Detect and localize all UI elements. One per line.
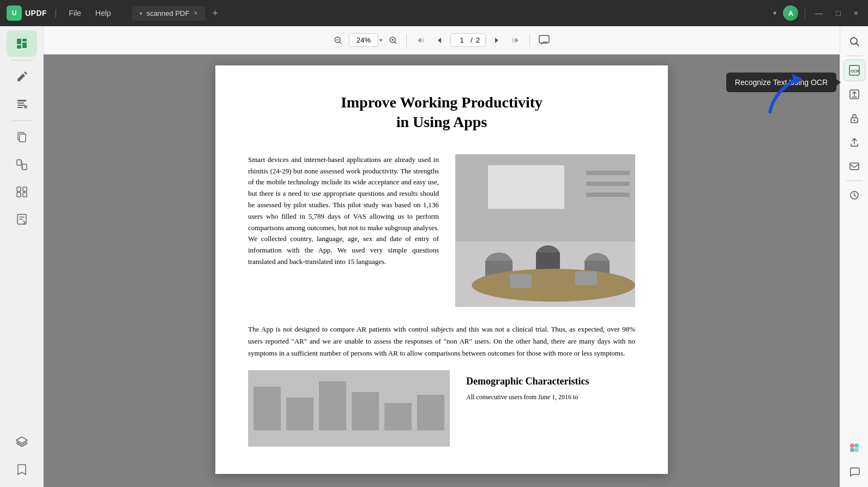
nav-first-button[interactable]: [411, 32, 429, 49]
search-icon: [849, 36, 860, 47]
svg-rect-11: [17, 160, 21, 165]
pages-icon: [15, 131, 28, 144]
menu-help[interactable]: Help: [91, 7, 116, 20]
logo-letter: U: [12, 9, 17, 17]
svg-rect-14: [17, 193, 21, 197]
svg-rect-45: [352, 392, 379, 430]
tab-dropdown-icon: ▾: [140, 10, 142, 16]
search-button[interactable]: [843, 31, 865, 52]
zoom-in-icon: [389, 36, 397, 45]
pdf-paragraph-3: All consecutive users from June 1, 2016 …: [466, 392, 635, 402]
ocr-button[interactable]: OCR: [843, 59, 865, 81]
zoom-control[interactable]: 24% ▾: [349, 33, 382, 47]
zoom-out-button[interactable]: [329, 32, 347, 49]
page-input-area[interactable]: / 2: [450, 33, 486, 47]
pdf-title: Improve Working Productivity in Using Ap…: [248, 93, 635, 133]
logo-icon: U: [7, 5, 22, 21]
svg-rect-3: [17, 45, 21, 49]
svg-rect-0: [17, 39, 21, 44]
history-button[interactable]: [843, 184, 865, 206]
window-controls: ▾ A — □ ×: [773, 5, 861, 21]
sidebar-item-bookmarks[interactable]: [7, 456, 37, 483]
svg-rect-30: [586, 193, 630, 197]
svg-rect-44: [319, 381, 346, 430]
svg-rect-40: [575, 272, 597, 285]
zoom-value[interactable]: 24%: [349, 33, 378, 47]
nav-prev-icon: [435, 36, 444, 45]
clock-icon: [849, 190, 860, 201]
nav-next-button[interactable]: [488, 32, 505, 49]
svg-rect-46: [384, 403, 412, 430]
close-button[interactable]: ×: [851, 7, 861, 20]
app-name: UPDF: [25, 9, 47, 17]
lock-button[interactable]: [843, 107, 865, 129]
svg-point-60: [854, 448, 859, 452]
new-tab-button[interactable]: +: [208, 7, 221, 20]
minimize-button[interactable]: —: [812, 7, 826, 20]
sidebar-item-organize[interactable]: [7, 179, 37, 205]
nav-last-button[interactable]: [508, 32, 525, 49]
page-separator: /: [471, 36, 473, 44]
email-button[interactable]: [843, 155, 865, 177]
svg-rect-13: [17, 187, 21, 191]
svg-text:OCR: OCR: [851, 69, 859, 73]
tab-close-icon[interactable]: ×: [194, 9, 197, 17]
colorful-button[interactable]: [843, 437, 865, 459]
svg-rect-12: [22, 164, 27, 170]
extract-icon: [15, 213, 28, 226]
main-area: 24% ▾: [0, 26, 868, 487]
export-button[interactable]: [843, 83, 865, 105]
svg-rect-6: [17, 105, 25, 106]
svg-rect-15: [23, 187, 27, 191]
zoom-in-button[interactable]: [384, 32, 402, 49]
svg-rect-31: [488, 165, 564, 209]
sidebar-item-extract[interactable]: [7, 206, 37, 232]
export-icon: [849, 89, 860, 100]
share-button[interactable]: [843, 131, 865, 153]
zoom-out-icon: [334, 36, 342, 45]
sidebar-item-convert[interactable]: [7, 152, 37, 178]
sidebar-separator-2: [11, 121, 33, 121]
edit-icon: [15, 70, 28, 83]
pdf-section-title: Demographic Characteristics: [466, 376, 635, 387]
pdf-main-content: Smart devices and internet-based applica…: [248, 154, 635, 307]
svg-rect-2: [22, 43, 27, 48]
svg-rect-55: [850, 163, 859, 170]
pdf-chart-image: [248, 370, 450, 447]
email-icon: [849, 161, 860, 172]
page-input[interactable]: [456, 36, 467, 44]
svg-point-57: [850, 443, 854, 448]
pdf-viewer[interactable]: Improve Working Productivity in Using Ap…: [44, 55, 840, 487]
pdf-text-column: Smart devices and internet-based applica…: [248, 154, 439, 307]
chat-button[interactable]: [843, 461, 865, 483]
sidebar-item-pages[interactable]: [7, 124, 37, 151]
share-icon: [849, 137, 860, 148]
sidebar-item-view[interactable]: [7, 31, 37, 57]
svg-rect-16: [23, 193, 27, 197]
sidebar-item-annotate[interactable]: [7, 91, 37, 117]
expand-icon[interactable]: ▾: [773, 9, 776, 17]
menu-file[interactable]: File: [64, 7, 86, 20]
pdf-paragraph-1: Smart devices and internet-based applica…: [248, 154, 439, 268]
tab-area: ▾ scanned PDF × +: [132, 6, 768, 21]
sidebar-item-edit[interactable]: [7, 64, 37, 90]
svg-rect-47: [417, 395, 444, 430]
user-avatar[interactable]: A: [783, 5, 798, 21]
zoom-dropdown-icon[interactable]: ▾: [379, 37, 382, 43]
nav-prev-button[interactable]: [431, 32, 448, 49]
sidebar-item-integrations[interactable]: [7, 429, 37, 455]
maximize-button[interactable]: □: [833, 7, 843, 20]
svg-line-24: [395, 42, 396, 44]
svg-rect-10: [20, 134, 26, 142]
tab-scanned-pdf[interactable]: ▾ scanned PDF ×: [132, 6, 206, 21]
separator: |: [55, 8, 57, 18]
app-logo[interactable]: U UPDF: [7, 5, 47, 21]
right-sidebar: OCR: [840, 26, 868, 487]
comment-button[interactable]: [534, 31, 554, 50]
meeting-room-svg: [455, 154, 635, 307]
annotate-icon: [15, 98, 28, 111]
svg-point-8: [24, 105, 27, 109]
title-bar: U UPDF | File Help ▾ scanned PDF × + ▾ A…: [0, 0, 868, 26]
svg-rect-43: [286, 398, 314, 430]
svg-rect-4: [17, 100, 26, 101]
